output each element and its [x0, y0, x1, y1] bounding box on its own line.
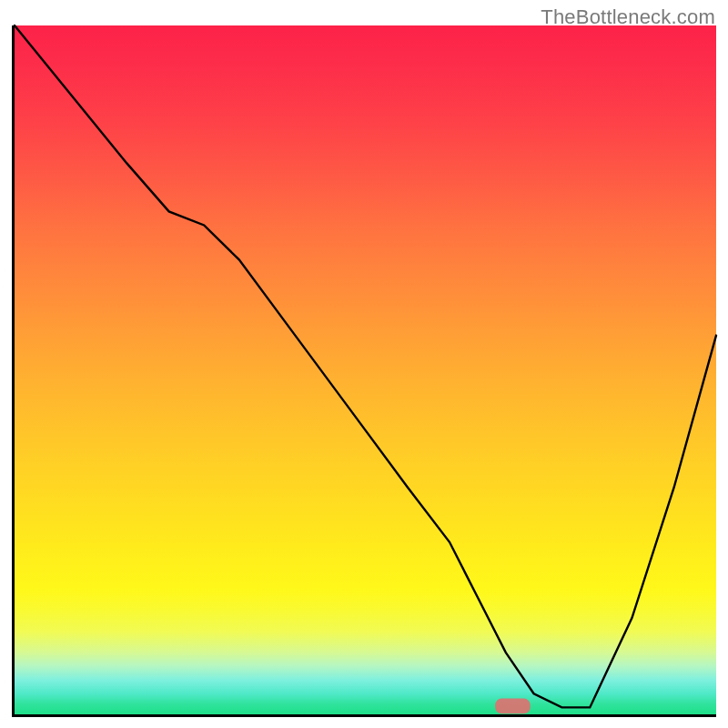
plot-frame — [12, 25, 716, 717]
bottleneck-curve — [15, 25, 716, 707]
curve-layer — [15, 25, 716, 714]
optimal-point-marker — [495, 699, 531, 714]
chart-canvas: TheBottleneck.com — [0, 0, 728, 728]
